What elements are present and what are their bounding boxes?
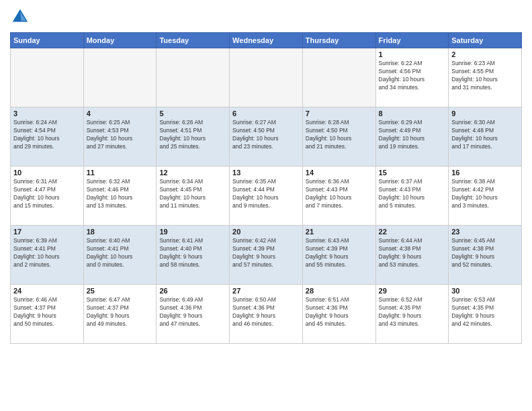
day-info: Sunrise: 6:53 AM Sunset: 4:35 PM Dayligh… <box>451 296 519 328</box>
day-info: Sunrise: 6:43 AM Sunset: 4:39 PM Dayligh… <box>306 237 373 269</box>
calendar-cell: 1Sunrise: 6:22 AM Sunset: 4:56 PM Daylig… <box>375 48 449 107</box>
calendar-header-row: SundayMondayTuesdayWednesdayThursdayFrid… <box>11 33 522 48</box>
day-info: Sunrise: 6:28 AM Sunset: 4:50 PM Dayligh… <box>306 119 373 151</box>
calendar-cell: 10Sunrise: 6:31 AM Sunset: 4:47 PM Dayli… <box>11 167 84 226</box>
day-number: 16 <box>451 169 519 177</box>
day-info: Sunrise: 6:40 AM Sunset: 4:41 PM Dayligh… <box>87 237 154 269</box>
day-info: Sunrise: 6:38 AM Sunset: 4:42 PM Dayligh… <box>451 178 519 210</box>
day-info: Sunrise: 6:29 AM Sunset: 4:49 PM Dayligh… <box>379 119 446 151</box>
day-info: Sunrise: 6:31 AM Sunset: 4:47 PM Dayligh… <box>13 178 81 210</box>
day-info: Sunrise: 6:51 AM Sunset: 4:36 PM Dayligh… <box>306 296 373 328</box>
day-info: Sunrise: 6:37 AM Sunset: 4:43 PM Dayligh… <box>379 178 446 210</box>
day-number: 2 <box>451 50 519 58</box>
calendar-cell: 2Sunrise: 6:23 AM Sunset: 4:55 PM Daylig… <box>449 48 522 107</box>
day-info: Sunrise: 6:36 AM Sunset: 4:43 PM Dayligh… <box>306 178 373 210</box>
day-number: 1 <box>379 50 446 58</box>
day-info: Sunrise: 6:46 AM Sunset: 4:37 PM Dayligh… <box>13 296 81 328</box>
day-info: Sunrise: 6:50 AM Sunset: 4:36 PM Dayligh… <box>232 296 300 328</box>
day-info: Sunrise: 6:44 AM Sunset: 4:38 PM Dayligh… <box>379 237 446 269</box>
calendar-day-header: Wednesday <box>230 33 303 48</box>
logo <box>10 7 33 27</box>
header <box>10 7 522 27</box>
day-number: 7 <box>306 109 373 118</box>
calendar-cell <box>11 48 84 107</box>
calendar-cell: 11Sunrise: 6:32 AM Sunset: 4:46 PM Dayli… <box>83 167 157 226</box>
calendar-week-row: 1Sunrise: 6:22 AM Sunset: 4:56 PM Daylig… <box>11 48 522 107</box>
calendar-cell <box>230 48 303 107</box>
day-number: 23 <box>451 228 519 236</box>
calendar-cell: 26Sunrise: 6:49 AM Sunset: 4:36 PM Dayli… <box>157 285 230 344</box>
day-number: 9 <box>451 109 519 118</box>
day-number: 14 <box>306 169 373 177</box>
day-info: Sunrise: 6:34 AM Sunset: 4:45 PM Dayligh… <box>159 178 226 210</box>
day-number: 6 <box>232 109 300 118</box>
calendar-cell: 27Sunrise: 6:50 AM Sunset: 4:36 PM Dayli… <box>230 285 303 344</box>
day-info: Sunrise: 6:52 AM Sunset: 4:35 PM Dayligh… <box>379 296 446 328</box>
calendar-cell: 3Sunrise: 6:24 AM Sunset: 4:54 PM Daylig… <box>11 107 84 167</box>
day-number: 24 <box>13 287 81 295</box>
day-number: 20 <box>232 228 300 236</box>
calendar-cell: 23Sunrise: 6:45 AM Sunset: 4:38 PM Dayli… <box>449 226 522 285</box>
calendar-table: SundayMondayTuesdayWednesdayThursdayFrid… <box>10 32 522 344</box>
day-number: 29 <box>379 287 446 295</box>
calendar-cell: 16Sunrise: 6:38 AM Sunset: 4:42 PM Dayli… <box>449 167 522 226</box>
day-number: 10 <box>13 169 81 177</box>
day-info: Sunrise: 6:45 AM Sunset: 4:38 PM Dayligh… <box>451 237 519 269</box>
day-info: Sunrise: 6:42 AM Sunset: 4:39 PM Dayligh… <box>232 237 300 269</box>
calendar-cell: 8Sunrise: 6:29 AM Sunset: 4:49 PM Daylig… <box>375 107 449 167</box>
day-info: Sunrise: 6:25 AM Sunset: 4:53 PM Dayligh… <box>87 119 154 151</box>
calendar-cell: 19Sunrise: 6:41 AM Sunset: 4:40 PM Dayli… <box>157 226 230 285</box>
day-number: 12 <box>159 169 226 177</box>
calendar-day-header: Tuesday <box>157 33 230 48</box>
calendar-day-header: Saturday <box>449 33 522 48</box>
calendar-cell: 12Sunrise: 6:34 AM Sunset: 4:45 PM Dayli… <box>157 167 230 226</box>
day-number: 25 <box>87 287 154 295</box>
calendar-day-header: Thursday <box>302 33 375 48</box>
day-number: 21 <box>306 228 373 236</box>
day-info: Sunrise: 6:41 AM Sunset: 4:40 PM Dayligh… <box>159 237 226 269</box>
calendar-week-row: 17Sunrise: 6:39 AM Sunset: 4:41 PM Dayli… <box>11 226 522 285</box>
day-number: 3 <box>13 109 81 118</box>
calendar-week-row: 10Sunrise: 6:31 AM Sunset: 4:47 PM Dayli… <box>11 167 522 226</box>
page: SundayMondayTuesdayWednesdayThursdayFrid… <box>0 0 532 411</box>
calendar-day-header: Friday <box>375 33 449 48</box>
calendar-cell: 25Sunrise: 6:47 AM Sunset: 4:37 PM Dayli… <box>83 285 157 344</box>
calendar-cell <box>302 48 375 107</box>
calendar-cell: 4Sunrise: 6:25 AM Sunset: 4:53 PM Daylig… <box>83 107 157 167</box>
day-number: 26 <box>159 287 226 295</box>
day-info: Sunrise: 6:35 AM Sunset: 4:44 PM Dayligh… <box>232 178 300 210</box>
day-number: 18 <box>87 228 154 236</box>
calendar-week-row: 24Sunrise: 6:46 AM Sunset: 4:37 PM Dayli… <box>11 285 522 344</box>
calendar-day-header: Sunday <box>11 33 84 48</box>
calendar-cell: 7Sunrise: 6:28 AM Sunset: 4:50 PM Daylig… <box>302 107 375 167</box>
calendar-cell: 24Sunrise: 6:46 AM Sunset: 4:37 PM Dayli… <box>11 285 84 344</box>
calendar-cell: 21Sunrise: 6:43 AM Sunset: 4:39 PM Dayli… <box>302 226 375 285</box>
calendar-cell: 29Sunrise: 6:52 AM Sunset: 4:35 PM Dayli… <box>375 285 449 344</box>
day-number: 13 <box>232 169 300 177</box>
calendar-cell: 5Sunrise: 6:26 AM Sunset: 4:51 PM Daylig… <box>157 107 230 167</box>
day-info: Sunrise: 6:49 AM Sunset: 4:36 PM Dayligh… <box>159 296 226 328</box>
day-number: 5 <box>159 109 226 118</box>
calendar-cell: 17Sunrise: 6:39 AM Sunset: 4:41 PM Dayli… <box>11 226 84 285</box>
calendar-cell: 15Sunrise: 6:37 AM Sunset: 4:43 PM Dayli… <box>375 167 449 226</box>
calendar-cell: 14Sunrise: 6:36 AM Sunset: 4:43 PM Dayli… <box>302 167 375 226</box>
day-info: Sunrise: 6:47 AM Sunset: 4:37 PM Dayligh… <box>87 296 154 328</box>
calendar-cell <box>157 48 230 107</box>
calendar-cell: 28Sunrise: 6:51 AM Sunset: 4:36 PM Dayli… <box>302 285 375 344</box>
day-info: Sunrise: 6:27 AM Sunset: 4:50 PM Dayligh… <box>232 119 300 151</box>
day-number: 17 <box>13 228 81 236</box>
day-info: Sunrise: 6:23 AM Sunset: 4:55 PM Dayligh… <box>451 60 519 92</box>
day-number: 30 <box>451 287 519 295</box>
day-info: Sunrise: 6:24 AM Sunset: 4:54 PM Dayligh… <box>13 119 81 151</box>
day-info: Sunrise: 6:39 AM Sunset: 4:41 PM Dayligh… <box>13 237 81 269</box>
day-info: Sunrise: 6:30 AM Sunset: 4:48 PM Dayligh… <box>451 119 519 151</box>
logo-icon <box>10 7 30 27</box>
day-number: 15 <box>379 169 446 177</box>
calendar-cell: 22Sunrise: 6:44 AM Sunset: 4:38 PM Dayli… <box>375 226 449 285</box>
day-number: 8 <box>379 109 446 118</box>
day-number: 19 <box>159 228 226 236</box>
calendar-cell: 13Sunrise: 6:35 AM Sunset: 4:44 PM Dayli… <box>230 167 303 226</box>
calendar-cell: 18Sunrise: 6:40 AM Sunset: 4:41 PM Dayli… <box>83 226 157 285</box>
day-info: Sunrise: 6:22 AM Sunset: 4:56 PM Dayligh… <box>379 60 446 92</box>
calendar-day-header: Monday <box>83 33 157 48</box>
